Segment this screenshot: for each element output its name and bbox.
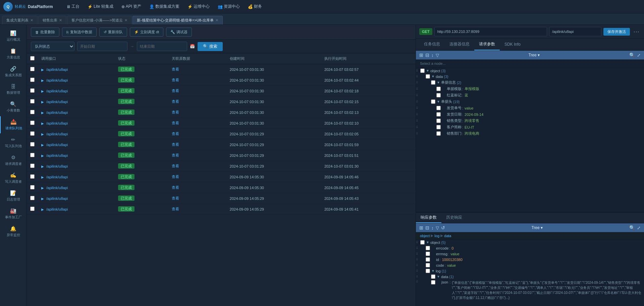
- row-checkbox[interactable]: [27, 96, 38, 107]
- row-checkbox[interactable]: [27, 107, 38, 118]
- nav-lite[interactable]: ⚡ Lite 轻集成: [86, 4, 115, 9]
- tab-close-icon[interactable]: ✕: [124, 18, 127, 23]
- more-options-icon[interactable]: ⋯: [632, 28, 641, 35]
- expand-icon[interactable]: ⊞: [419, 52, 423, 58]
- row-related[interactable]: 查看: [168, 172, 226, 182]
- tree-node[interactable]: ⠿ errcode : 0: [416, 245, 644, 251]
- row-related[interactable]: 查看: [168, 118, 226, 129]
- api-path-input[interactable]: [549, 27, 601, 36]
- play-icon[interactable]: ▶: [41, 79, 44, 82]
- tab-integration-list[interactable]: 集成方案列表 ✕: [2, 16, 38, 25]
- sidebar-item-query[interactable]: 🔍 小青查数: [0, 98, 26, 116]
- filter-icon-b[interactable]: ▽: [436, 225, 439, 230]
- bc-data[interactable]: data: [444, 234, 451, 238]
- api-link[interactable]: /apilink/u8api: [46, 196, 68, 201]
- nav-finance[interactable]: 💰 财务: [246, 4, 264, 9]
- tree-node[interactable]: ⠿ 单据模版 : 单报模版: [416, 86, 644, 92]
- row-checkbox[interactable]: [27, 193, 38, 204]
- row-checkbox[interactable]: [27, 182, 38, 193]
- row-related[interactable]: 查看: [168, 86, 226, 96]
- sidebar-item-write-scheduler[interactable]: ✍ 写入调度者: [0, 170, 26, 187]
- debug-button[interactable]: 🔧 调试器: [166, 28, 192, 37]
- node-checkbox[interactable]: [436, 112, 441, 117]
- nav-data-integration[interactable]: 👤 数据集成方案: [147, 4, 181, 9]
- tab-close-icon[interactable]: ✕: [215, 18, 218, 23]
- tree-node[interactable]: ⠿ ▼ 单据信息 {2}: [416, 79, 644, 86]
- queue-status-select[interactable]: 队列状态: [31, 42, 74, 51]
- node-checkbox[interactable]: [436, 125, 441, 129]
- url-input[interactable]: [434, 27, 547, 36]
- tree-node[interactable]: ⠿ errmsg : value: [416, 251, 644, 257]
- play-icon[interactable]: ▶: [41, 100, 44, 104]
- node-checkbox[interactable]: [431, 274, 435, 279]
- nav-workbench[interactable]: 🖥 工台: [64, 4, 82, 9]
- play-icon[interactable]: ▶: [41, 165, 44, 168]
- row-related[interactable]: 查看: [168, 107, 226, 118]
- node-checkbox[interactable]: [436, 87, 441, 91]
- play-icon[interactable]: ▶: [41, 175, 44, 179]
- row-related[interactable]: 查看: [168, 75, 226, 86]
- tab-history-response[interactable]: 历史响应: [441, 213, 467, 223]
- tree-node[interactable]: ⠿ ▼ object {5}: [416, 239, 644, 245]
- play-icon[interactable]: ▶: [41, 208, 44, 211]
- row-checkbox[interactable]: [27, 86, 38, 96]
- node-checkbox[interactable]: [426, 74, 430, 79]
- end-date-input[interactable]: [137, 42, 187, 51]
- node-checkbox[interactable]: [431, 280, 435, 285]
- play-icon[interactable]: ▶: [41, 154, 44, 158]
- node-checkbox[interactable]: [426, 263, 430, 267]
- tab-close-icon[interactable]: ✕: [30, 18, 33, 23]
- row-related[interactable]: 查看: [168, 139, 226, 150]
- save-activate-button[interactable]: 保存并激活: [603, 28, 630, 36]
- tree-node[interactable]: ⠿ 客户简称 : EU-IT: [416, 124, 644, 130]
- play-icon[interactable]: ▶: [41, 89, 44, 93]
- expand-icon-b[interactable]: ⊞: [419, 225, 423, 230]
- tree-node[interactable]: ⠿ code : value: [416, 262, 644, 268]
- expand-panel-icon-b[interactable]: ⤢: [637, 225, 641, 230]
- filter-icon[interactable]: ▽: [436, 53, 439, 58]
- tab-sdk-info[interactable]: SDK Info: [500, 39, 525, 50]
- batch-delete-button[interactable]: 🗑 批量删除: [31, 28, 59, 37]
- api-link[interactable]: /apilink/u8api: [46, 78, 68, 82]
- tab-active[interactable]: 新-领星结算中心-交易明细-赔偿单=>U8-出库单 ✕: [132, 16, 223, 25]
- search-button[interactable]: 🔍 搜索: [198, 42, 223, 51]
- api-link[interactable]: /apilink/u8api: [46, 164, 68, 168]
- tree-node[interactable]: ⠿ ▼ data {3}: [416, 74, 644, 79]
- row-checkbox[interactable]: [27, 161, 38, 172]
- sidebar-item-plan-info[interactable]: 📋 方案信息: [0, 45, 26, 62]
- sidebar-item-log-mgmt[interactable]: 📝 日志管理: [0, 187, 26, 205]
- node-checkbox[interactable]: [436, 93, 441, 97]
- api-link[interactable]: /apilink/u8api: [46, 186, 68, 190]
- api-link[interactable]: /apilink/u8api: [46, 175, 68, 179]
- collapse-icon[interactable]: ⊟: [425, 52, 429, 58]
- row-checkbox[interactable]: [27, 129, 38, 139]
- search-tree-icon[interactable]: 🔍: [629, 52, 635, 58]
- sidebar-item-request-queue[interactable]: 📥 请求队列池: [0, 116, 26, 133]
- copy-selected-button[interactable]: ⎘ 复制选中数据: [62, 28, 97, 37]
- row-checkbox[interactable]: [27, 118, 38, 129]
- api-link[interactable]: /apilink/u8api: [46, 89, 68, 93]
- tab-sales-outbound[interactable]: 销售出库 ✕: [38, 16, 66, 25]
- tree-node[interactable]: ⠿ ▼ data {1}: [416, 274, 644, 279]
- node-checkbox[interactable]: [431, 80, 435, 85]
- start-date-input[interactable]: [77, 42, 127, 51]
- tree-node[interactable]: ⠿ json : {"单据信息":{"单据模版":"单报模版","红蓝标记":"…: [416, 279, 644, 301]
- collapse-icon-b[interactable]: ⊟: [425, 225, 429, 230]
- arrow-icon[interactable]: ▼: [426, 241, 429, 244]
- row-checkbox[interactable]: [27, 75, 38, 86]
- node-checkbox[interactable]: [420, 240, 425, 245]
- node-checkbox[interactable]: [436, 131, 441, 136]
- expand-panel-icon[interactable]: ⤢: [637, 53, 641, 58]
- arrow-icon[interactable]: ▼: [426, 69, 429, 73]
- row-checkbox[interactable]: [27, 64, 38, 75]
- row-checkbox[interactable]: [27, 139, 38, 150]
- tab-close-icon[interactable]: ✕: [59, 18, 62, 23]
- sidebar-item-overview[interactable]: 📊 运行概况: [0, 28, 26, 45]
- arrow-icon[interactable]: ▼: [431, 269, 435, 273]
- arrow-icon[interactable]: ▼: [437, 81, 440, 84]
- play-icon[interactable]: ▶: [41, 197, 44, 201]
- arrow-icon[interactable]: ▼: [431, 75, 435, 78]
- api-link[interactable]: /apilink/u8api: [46, 121, 68, 125]
- arrow-icon[interactable]: ▼: [437, 275, 440, 278]
- tree-node[interactable]: ⠿ 销售类型 : 跨境零售: [416, 118, 644, 124]
